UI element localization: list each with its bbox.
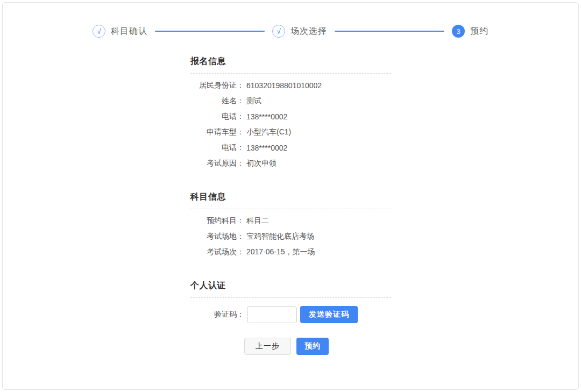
- section-registration-info: 报名信息 居民身份证： 610320198801010002 姓名： 测试 电话…: [190, 56, 391, 171]
- step-connector: [335, 31, 444, 32]
- stepper: √ 科目确认 √ 场次选择 3 预约: [93, 25, 488, 38]
- field-value: 610320198801010002: [246, 81, 322, 90]
- step-connector: [155, 31, 265, 32]
- step-number-badge: 3: [452, 25, 465, 38]
- section-title: 个人认证: [190, 280, 391, 298]
- actions-bar: 上一步 预约: [190, 338, 391, 355]
- field-label: 预约科目：: [190, 216, 244, 226]
- previous-step-button[interactable]: 上一步: [244, 338, 291, 355]
- step-subject-confirm: √ 科目确认: [93, 25, 147, 38]
- field-label: 电话：: [190, 143, 244, 153]
- field-value: 2017-06-15，第一场: [246, 247, 315, 257]
- field-label: 考试场地：: [190, 232, 244, 241]
- field-label: 考试原因：: [190, 159, 244, 168]
- field-value: 测试: [246, 96, 261, 106]
- step-label: 科目确认: [111, 26, 147, 37]
- captcha-label: 验证码：: [190, 310, 244, 319]
- check-icon: √: [93, 25, 105, 38]
- field-label: 考试场次：: [190, 247, 244, 257]
- check-icon: √: [272, 25, 285, 38]
- step-booking: 3 预约: [452, 25, 488, 38]
- info-row-name: 姓名： 测试: [190, 93, 391, 109]
- captcha-input[interactable]: [247, 307, 297, 323]
- field-value: 宝鸡智能化底店考场: [246, 232, 314, 241]
- field-value: 138****0002: [246, 112, 287, 121]
- captcha-row: 验证码： 发送验证码: [190, 306, 391, 323]
- booking-card: √ 科目确认 √ 场次选择 3 预约 报名信息 居民身份证： 610320198…: [2, 2, 579, 390]
- field-label: 电话：: [190, 112, 244, 122]
- field-label: 居民身份证：: [190, 81, 244, 90]
- info-row-booked-subject: 预约科目： 科目二: [190, 213, 391, 229]
- step-label: 场次选择: [290, 26, 327, 37]
- step-label: 预约: [470, 26, 488, 37]
- field-value: 小型汽车(C1): [246, 127, 291, 137]
- field-value: 初次申领: [246, 159, 277, 168]
- info-row-phone2: 电话： 138****0002: [190, 140, 391, 155]
- registration-rows: 居民身份证： 610320198801010002 姓名： 测试 电话： 138…: [190, 77, 391, 171]
- section-subject-info: 科目信息 预约科目： 科目二 考试场地： 宝鸡智能化底店考场 考试场次： 201…: [190, 191, 391, 260]
- info-row-exam-site: 考试场地： 宝鸡智能化底店考场: [190, 229, 391, 244]
- subject-rows: 预约科目： 科目二 考试场地： 宝鸡智能化底店考场 考试场次： 2017-06-…: [190, 213, 391, 260]
- send-captcha-button[interactable]: 发送验证码: [300, 306, 358, 323]
- info-row-exam-reason: 考试原因： 初次申领: [190, 155, 391, 171]
- main-content: 报名信息 居民身份证： 610320198801010002 姓名： 测试 电话…: [190, 56, 391, 355]
- info-row-exam-session: 考试场次： 2017-06-15，第一场: [190, 244, 391, 260]
- step-session-select: √ 场次选择: [272, 25, 327, 38]
- field-label: 申请车型：: [190, 127, 244, 137]
- section-title: 报名信息: [190, 56, 391, 74]
- book-button[interactable]: 预约: [296, 338, 329, 355]
- info-row-id-number: 居民身份证： 610320198801010002: [190, 77, 391, 93]
- section-title: 科目信息: [190, 191, 391, 209]
- field-value: 138****0002: [246, 144, 287, 152]
- section-personal-auth: 个人认证 验证码： 发送验证码: [190, 280, 391, 323]
- field-label: 姓名：: [190, 96, 244, 106]
- info-row-phone: 电话： 138****0002: [190, 109, 391, 124]
- field-value: 科目二: [246, 216, 269, 226]
- info-row-vehicle-type: 申请车型： 小型汽车(C1): [190, 124, 391, 140]
